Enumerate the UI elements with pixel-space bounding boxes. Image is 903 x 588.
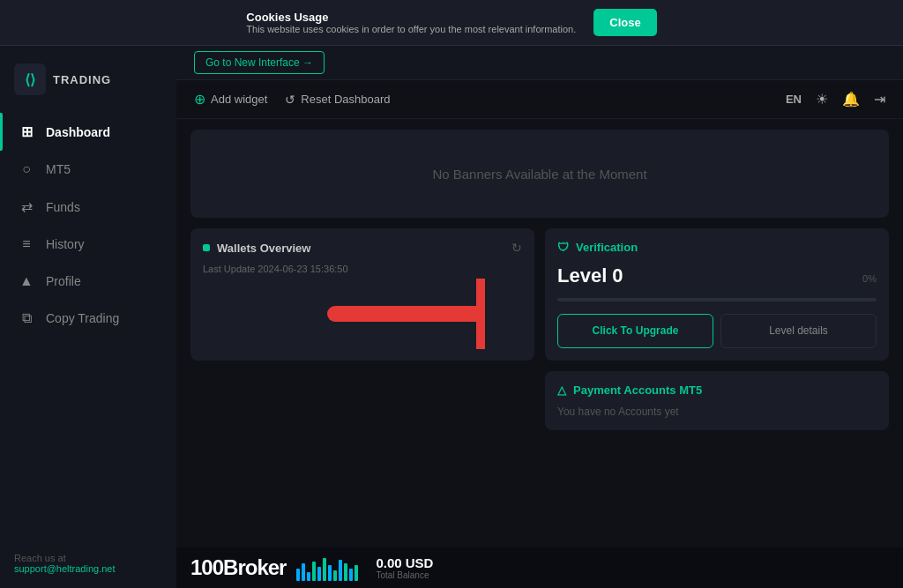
reset-dashboard-button[interactable]: ↺ Reset Dashboard xyxy=(285,93,390,107)
logout-icon[interactable]: ⇥ xyxy=(874,91,885,108)
candle xyxy=(344,563,347,581)
candle xyxy=(317,567,321,581)
candle xyxy=(296,569,300,581)
balance-info: 0.00 USD Total Balance xyxy=(376,555,433,580)
verification-widget: 🛡 Verification Level 0 0% Click To Upgra… xyxy=(545,228,889,361)
sidebar-item-label: History xyxy=(46,237,85,251)
sidebar-item-history[interactable]: ≡ History xyxy=(0,226,176,263)
verification-buttons: Click To Upgrade Level details xyxy=(557,314,877,348)
banner-area: No Banners Available at the Moment xyxy=(190,130,889,218)
logo-text: TRADING xyxy=(53,73,111,86)
sidebar-item-label: Dashboard xyxy=(46,125,110,139)
cookie-banner: Cookies Usage This website uses cookies … xyxy=(0,0,903,46)
notification-icon[interactable]: 🔔 xyxy=(842,91,860,108)
toolbar-right: EN ☀ 🔔 ⇥ xyxy=(786,91,885,108)
top-bar-left: Go to New Interface → xyxy=(194,51,325,74)
candle xyxy=(349,569,353,581)
candle xyxy=(354,565,358,581)
payment-accounts-widget: △ Payment Accounts MT5 You have no Accou… xyxy=(545,371,889,430)
sidebar-item-label: MT5 xyxy=(46,162,71,176)
sidebar-item-copy-trading[interactable]: ⧉ Copy Trading xyxy=(0,300,176,337)
top-bar: Go to New Interface → xyxy=(176,46,903,80)
candle xyxy=(328,565,332,581)
payment-title: Payment Accounts MT5 xyxy=(573,383,702,397)
cookie-description: This website uses cookies in order to of… xyxy=(246,24,576,34)
dashboard-icon: ⊞ xyxy=(18,123,35,140)
footer-reach: Reach us at xyxy=(14,553,162,563)
history-icon: ≡ xyxy=(18,236,35,252)
candle xyxy=(312,562,316,581)
candle xyxy=(307,572,310,581)
dashboard-grid: Wallets Overview ↻ Last Update 2024-06-2… xyxy=(190,228,889,430)
logo-area: ⟨⟩ TRADING xyxy=(0,55,176,113)
wallets-title: Wallets Overview xyxy=(217,242,310,255)
level-details-button[interactable]: Level details xyxy=(720,314,877,348)
reset-icon: ↺ xyxy=(285,93,295,107)
verification-pct: 0% xyxy=(862,273,877,284)
verification-level: Level 0 xyxy=(557,264,623,287)
sidebar-item-mt5[interactable]: ○ MT5 xyxy=(0,151,176,188)
cookie-close-button[interactable]: Close xyxy=(593,9,656,36)
upgrade-button[interactable]: Click To Upgrade xyxy=(557,314,713,348)
reset-dashboard-label: Reset Dashboard xyxy=(301,93,390,106)
sidebar-item-label: Profile xyxy=(46,274,81,288)
balance-label: Total Balance xyxy=(376,570,433,580)
mt5-icon: ○ xyxy=(18,161,35,177)
candle xyxy=(339,560,342,581)
shield-icon: 🛡 xyxy=(557,241,569,254)
verification-header: 🛡 Verification xyxy=(557,241,877,254)
candle xyxy=(333,570,337,581)
candlestick-chart xyxy=(296,555,358,581)
footer-email[interactable]: support@heltrading.net xyxy=(14,563,162,574)
cookie-title: Cookies Usage xyxy=(246,11,576,24)
candle xyxy=(323,558,326,581)
sidebar-footer: Reach us at support@heltrading.net xyxy=(0,539,176,588)
widget-header: Wallets Overview ↻ xyxy=(203,241,522,255)
toolbar: ⊕ Add widget ↺ Reset Dashboard EN ☀ 🔔 ⇥ xyxy=(176,80,903,119)
cookie-text: Cookies Usage This website uses cookies … xyxy=(246,11,576,34)
banner-message: No Banners Available at the Moment xyxy=(432,167,646,182)
add-widget-label: Add widget xyxy=(211,93,267,106)
app-layout: ⟨⟩ TRADING ⊞ Dashboard ○ MT5 ⇄ Funds ≡ H… xyxy=(0,0,903,588)
balance-amount: 0.00 USD xyxy=(376,555,433,570)
sidebar-item-profile[interactable]: ▲ Profile xyxy=(0,263,176,300)
broker-logo: 100Broker xyxy=(190,555,286,580)
language-button[interactable]: EN xyxy=(786,93,802,106)
refresh-icon[interactable]: ↻ xyxy=(511,241,522,255)
candle xyxy=(302,563,305,581)
payment-icon: △ xyxy=(557,383,566,397)
theme-icon[interactable]: ☀ xyxy=(816,91,828,108)
sidebar-item-funds[interactable]: ⇄ Funds xyxy=(0,188,176,226)
main-content: Go to New Interface → ⊕ Add widget ↺ Res… xyxy=(176,46,903,588)
copy-trading-icon: ⧉ xyxy=(18,310,35,326)
widget-title-row: Wallets Overview xyxy=(203,242,310,255)
toolbar-left: ⊕ Add widget ↺ Reset Dashboard xyxy=(194,91,391,108)
verification-title: Verification xyxy=(576,241,638,254)
verification-progress-bar xyxy=(557,298,877,301)
sidebar-item-label: Funds xyxy=(46,200,80,214)
go-new-interface-button[interactable]: Go to New Interface → xyxy=(194,51,325,74)
add-icon: ⊕ xyxy=(194,91,205,108)
broker-logo-text: 100 xyxy=(190,555,223,579)
payment-header: △ Payment Accounts MT5 xyxy=(557,383,877,397)
widget-dot xyxy=(203,244,210,251)
sidebar: ⟨⟩ TRADING ⊞ Dashboard ○ MT5 ⇄ Funds ≡ H… xyxy=(0,46,176,588)
sidebar-item-dashboard[interactable]: ⊞ Dashboard xyxy=(0,113,176,151)
profile-icon: ▲ xyxy=(18,273,35,289)
sidebar-item-label: Copy Trading xyxy=(46,311,119,325)
funds-icon: ⇄ xyxy=(18,198,35,215)
logo-icon: ⟨⟩ xyxy=(14,63,46,95)
red-arrow-indicator xyxy=(326,275,485,349)
add-widget-button[interactable]: ⊕ Add widget xyxy=(194,91,267,108)
bottom-bar: 100Broker 0.00 USD Total Balance xyxy=(176,547,903,588)
wallets-last-update: Last Update 2024-06-23 15:36:50 xyxy=(203,264,522,274)
payment-empty-message: You have no Accounts yet xyxy=(557,406,877,418)
